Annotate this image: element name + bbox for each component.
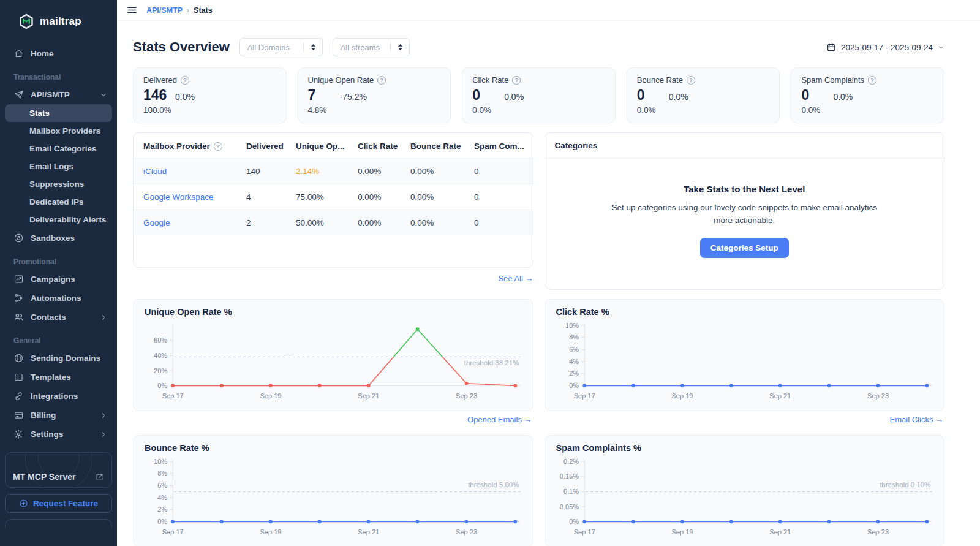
- sidebar-item-sandboxes[interactable]: Sandboxes: [5, 229, 112, 248]
- help-icon[interactable]: ?: [512, 76, 521, 85]
- svg-text:Sep 17: Sep 17: [162, 392, 184, 400]
- stepper-icon: [396, 43, 404, 51]
- help-icon[interactable]: ?: [377, 76, 386, 85]
- help-icon[interactable]: ?: [687, 76, 695, 85]
- title-row: Stats Overview All Domains All streams: [133, 38, 944, 56]
- svg-text:0%: 0%: [569, 382, 579, 389]
- domains-select[interactable]: All Domains: [239, 38, 323, 56]
- sidebar-item-automations[interactable]: Automations: [5, 289, 112, 308]
- stat-card-delta: 0.0%: [175, 92, 195, 102]
- sidebar-item-label: Home: [31, 49, 54, 58]
- paper-plane-icon: [13, 89, 24, 100]
- billing-icon: [13, 410, 24, 420]
- external-link-icon: [95, 472, 104, 482]
- svg-text:8%: 8%: [157, 469, 167, 477]
- breadcrumb: API/SMTP › Stats: [146, 6, 213, 15]
- date-range-picker[interactable]: 2025-09-17 - 2025-09-24: [826, 42, 944, 52]
- svg-text:8%: 8%: [569, 333, 579, 341]
- sidebar-item-deliverability-alerts[interactable]: Deliverability Alerts: [5, 211, 112, 229]
- stat-card-value: 0: [637, 87, 669, 104]
- breadcrumb-current: Stats: [194, 6, 213, 15]
- mcp-card-art: [25, 452, 92, 471]
- sidebar-item-templates[interactable]: Templates: [5, 368, 112, 387]
- help-icon[interactable]: ?: [181, 76, 189, 85]
- svg-text:0.2%: 0.2%: [563, 457, 578, 464]
- mcp-server-card[interactable]: MT MCP Server: [5, 452, 112, 488]
- breadcrumb-separator: ›: [187, 6, 189, 15]
- select-divider: [390, 42, 391, 52]
- sandbox-icon: [13, 233, 24, 243]
- svg-text:20%: 20%: [154, 367, 167, 374]
- cell-click-rate: 0.00%: [353, 184, 405, 210]
- sidebar-item-label: Deliverability Alerts: [29, 215, 107, 224]
- help-icon[interactable]: ?: [214, 142, 222, 151]
- chart-plot: 0%0.05%0.1%0.15%0.2%threshold 0.10%Sep 1…: [556, 457, 933, 542]
- stepper-icon: [309, 43, 317, 51]
- table-categories-row: Mailbox Provider?DeliveredUnique Op...Cl…: [133, 132, 944, 290]
- chart-card-click-rate-: Click Rate %0%2%4%6%8%10%Sep 17Sep 19Sep…: [545, 299, 945, 411]
- provider-link[interactable]: Google: [143, 218, 170, 227]
- sidebar-item-label: Settings: [31, 430, 63, 439]
- chart-card-spam-complaints-: Spam Complaints %0%0.05%0.1%0.15%0.2%thr…: [545, 435, 945, 546]
- chart-link[interactable]: Email Clicks →: [545, 415, 944, 425]
- breadcrumb-parent-link[interactable]: API/SMTP: [146, 6, 183, 15]
- mailtrap-logo-icon: [18, 13, 34, 29]
- sidebar-item-suppressions[interactable]: Suppressions: [5, 175, 112, 193]
- sidebar-item-mailbox-providers[interactable]: Mailbox Providers: [5, 122, 112, 140]
- charts-grid: Unique Open Rate %0%20%40%60%threshold 3…: [133, 299, 944, 546]
- table-row: iCloud1402.14%0.00%0.00%0: [134, 159, 533, 184]
- streams-select-value: All streams: [341, 43, 385, 52]
- stat-card-label: Delivered: [143, 75, 177, 85]
- sidebar-item-campaigns[interactable]: Campaigns: [5, 270, 112, 289]
- campaigns-icon: [13, 274, 24, 284]
- cell-bounce-rate: 0.00%: [405, 210, 469, 236]
- mailtrap-logo[interactable]: mailtrap: [0, 0, 117, 44]
- sidebar-item-email-categories[interactable]: Email Categories: [5, 140, 112, 157]
- sidebar-item-email-logs[interactable]: Email Logs: [5, 157, 112, 175]
- svg-text:Sep 21: Sep 21: [358, 528, 379, 535]
- sidebar-item-stats[interactable]: Stats: [5, 104, 112, 122]
- chart-plot: 0%2%4%6%8%10%threshold 5.00%Sep 17Sep 19…: [145, 457, 522, 542]
- request-feature-label: Request Feature: [33, 499, 98, 508]
- stat-card-delta: 0.0%: [833, 92, 853, 102]
- cell-spam: 0: [469, 210, 532, 236]
- domains-select-value: All Domains: [247, 43, 298, 52]
- stat-card-delivered: Delivered?1460.0%100.0%: [133, 67, 287, 123]
- sidebar-item-label: Billing: [31, 411, 56, 420]
- svg-text:40%: 40%: [154, 352, 167, 359]
- see-all-link[interactable]: See All →: [133, 274, 533, 283]
- chart-link[interactable]: Opened Emails →: [133, 415, 532, 425]
- mailbox-provider-table-card: Mailbox Provider?DeliveredUnique Op...Cl…: [133, 132, 533, 268]
- automations-icon: [13, 293, 24, 303]
- help-icon[interactable]: ?: [868, 76, 876, 85]
- mailtrap-wordmark: mailtrap: [40, 15, 81, 28]
- sidebar-item-label: Email Logs: [29, 162, 74, 171]
- svg-text:4%: 4%: [157, 493, 167, 501]
- sidebar-item-contacts[interactable]: Contacts: [5, 308, 112, 327]
- sidebar: mailtrap HomeTransactionalAPI/SMTPStatsM…: [0, 0, 117, 546]
- streams-select[interactable]: All streams: [333, 38, 410, 56]
- stat-card-delta: -75.2%: [340, 92, 367, 102]
- home-icon: [13, 48, 24, 59]
- categories-setup-button[interactable]: Categories Setup: [700, 238, 789, 258]
- sidebar-item-billing[interactable]: Billing: [5, 406, 112, 425]
- sidebar-item-settings[interactable]: Settings: [5, 425, 112, 444]
- chart-title: Spam Complaints %: [556, 443, 933, 453]
- chevron-right-icon: [100, 412, 107, 419]
- provider-link[interactable]: iCloud: [143, 167, 167, 176]
- stat-card-label: Spam Complaints: [801, 75, 864, 85]
- svg-text:4%: 4%: [569, 358, 579, 365]
- menu-icon[interactable]: [126, 4, 138, 17]
- provider-link[interactable]: Google Workspace: [143, 192, 214, 202]
- sidebar-item-integrations[interactable]: Integrations: [5, 387, 112, 406]
- svg-text:Sep 21: Sep 21: [358, 392, 379, 400]
- chart-card-unique-open-rate-: Unique Open Rate %0%20%40%60%threshold 3…: [133, 299, 533, 411]
- request-feature-button[interactable]: Request Feature: [5, 494, 112, 513]
- sidebar-item-api-smtp[interactable]: API/SMTP: [5, 85, 112, 104]
- chart-cell: Bounce Rate %0%2%4%6%8%10%threshold 5.00…: [133, 435, 533, 546]
- sidebar-item-sending-domains[interactable]: Sending Domains: [5, 349, 112, 368]
- topbar: API/SMTP › Stats: [117, 0, 980, 21]
- stat-card-sub-value: 0.0%: [472, 105, 605, 115]
- sidebar-item-dedicated-ips[interactable]: Dedicated IPs: [5, 193, 112, 211]
- sidebar-item-home[interactable]: Home: [5, 44, 112, 63]
